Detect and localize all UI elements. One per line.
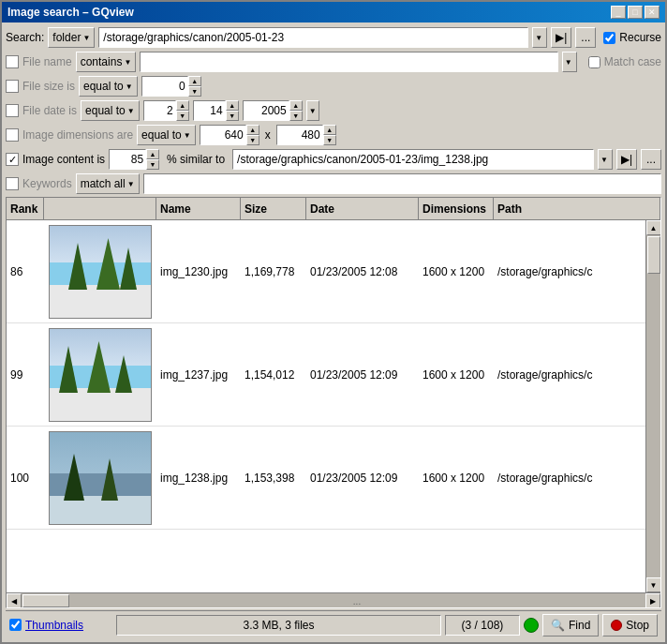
filesize-checkbox[interactable] — [6, 80, 19, 93]
title-bar-buttons: _ □ ✕ — [611, 6, 660, 19]
width-value[interactable] — [200, 125, 246, 145]
filedate-month-up[interactable]: ▲ — [226, 100, 239, 111]
filedate-day-down[interactable]: ▼ — [176, 111, 189, 121]
chevron-down-icon: ▼ — [535, 34, 542, 42]
filesize-down[interactable]: ▼ — [188, 86, 201, 97]
date-cell: 01/23/2005 12:09 — [306, 470, 419, 487]
search-label: Search: — [6, 31, 44, 44]
content-checkbox[interactable] — [6, 153, 19, 166]
th-path[interactable]: Path — [494, 198, 660, 219]
content-row: Image content is ▲ ▼ % similar to ▼ ▶| .… — [6, 148, 661, 171]
filesize-mode-dropdown[interactable]: equal to ▼ — [79, 76, 138, 97]
close-button[interactable]: ✕ — [645, 6, 660, 19]
horizontal-scrollbar[interactable]: ◀ ... ▶ — [7, 592, 660, 607]
maximize-button[interactable]: □ — [628, 6, 643, 19]
height-value[interactable] — [276, 125, 323, 145]
recurse-label: Recurse — [619, 31, 661, 44]
filedate-year-down[interactable]: ▼ — [289, 111, 303, 121]
scroll-up-button[interactable]: ▲ — [646, 220, 661, 235]
name-cell: img_1230.jpg — [156, 263, 241, 280]
dimensions-mode-dropdown[interactable]: equal to ▼ — [137, 125, 196, 145]
filedate-day-up[interactable]: ▲ — [176, 100, 189, 111]
path-dropdown-arrow[interactable]: ▼ — [532, 27, 547, 48]
filesize-label: File size is — [22, 80, 75, 93]
filesize-up[interactable]: ▲ — [188, 76, 201, 86]
keywords-input[interactable] — [143, 173, 661, 194]
th-thumb[interactable] — [44, 198, 156, 219]
filedate-label: File date is — [22, 104, 77, 117]
recurse-checkbox[interactable] — [603, 32, 615, 44]
dimensions-checkbox[interactable] — [6, 128, 19, 142]
similarity-spinners: ▲ ▼ — [146, 149, 159, 170]
minimize-button[interactable]: _ — [611, 6, 626, 19]
table-row[interactable]: 99 img_1237.jpg — [7, 323, 645, 427]
dims-cell: 1600 x 1200 — [419, 367, 494, 383]
scroll-track[interactable] — [646, 235, 660, 577]
find-button[interactable]: 🔍 Find — [542, 614, 599, 637]
similarity-down[interactable]: ▼ — [146, 159, 159, 170]
chevron-down-icon: ▼ — [309, 107, 317, 115]
keywords-checkbox[interactable] — [6, 177, 19, 190]
search-type-dropdown[interactable]: folder ▼ — [48, 27, 95, 48]
similarity-up[interactable]: ▲ — [146, 149, 159, 159]
thumbnails-checkbox[interactable] — [9, 619, 22, 631]
th-rank[interactable]: Rank — [7, 198, 44, 219]
filename-input[interactable] — [140, 52, 557, 72]
similar-bookmark-btn[interactable]: ▶| — [616, 149, 637, 170]
size-cell: 1,154,012 — [241, 367, 306, 383]
filedate-year[interactable] — [243, 100, 289, 121]
height-down[interactable]: ▼ — [323, 135, 336, 145]
chevron-down-icon: ▼ — [126, 82, 133, 91]
h-scroll-thumb[interactable] — [22, 594, 69, 607]
th-size[interactable]: Size — [241, 198, 306, 219]
similar-options-btn[interactable]: ... — [641, 149, 661, 170]
th-date[interactable]: Date — [306, 198, 419, 219]
height-up[interactable]: ▲ — [323, 125, 336, 135]
filename-mode-dropdown[interactable]: contains ▼ — [76, 52, 137, 72]
scroll-left-button[interactable]: ◀ — [7, 593, 22, 608]
thumbnail — [49, 431, 152, 525]
scroll-thumb[interactable] — [647, 236, 660, 274]
filename-input-dropdown[interactable]: ▼ — [562, 52, 577, 72]
filedate-month[interactable] — [193, 100, 226, 121]
thumbnail-cell — [44, 323, 156, 427]
filename-checkbox[interactable] — [6, 55, 19, 68]
path-cell: /storage/graphics/c — [494, 367, 645, 383]
filename-row: File name contains ▼ ▼ Match case — [6, 51, 661, 73]
bookmark-button[interactable]: ▶| — [551, 27, 571, 48]
th-dimensions[interactable]: Dimensions — [419, 198, 494, 219]
filedate-checkbox[interactable] — [6, 104, 19, 117]
match-case-checkbox[interactable] — [588, 56, 600, 68]
status-bar: Thumbnails 3.3 MB, 3 files (3 / 108) 🔍 F… — [6, 610, 661, 638]
filedate-year-up[interactable]: ▲ — [289, 100, 303, 111]
height-spinbox: ▲ ▼ — [276, 125, 336, 145]
filedate-month-down[interactable]: ▼ — [226, 111, 239, 121]
options-button[interactable]: ... — [575, 27, 596, 48]
path-input[interactable] — [98, 27, 528, 48]
table-row[interactable]: 100 img_1238.jpg 1,153,398 — [7, 427, 645, 530]
h-scroll-track[interactable]: ... — [22, 593, 645, 607]
table-row[interactable]: 86 img_1230.jpg — [7, 220, 645, 323]
match-case-label: Match case — [604, 55, 661, 68]
filedate-day-spinbox: ▲ ▼ — [143, 100, 189, 121]
snow-bg — [50, 285, 151, 317]
similarity-value[interactable] — [109, 149, 146, 170]
filedate-mode-dropdown[interactable]: equal to ▼ — [81, 100, 140, 121]
width-up[interactable]: ▲ — [246, 125, 259, 135]
thumbnail-cell — [44, 427, 156, 530]
filedate-day[interactable] — [143, 100, 176, 121]
stop-button[interactable]: Stop — [602, 614, 658, 637]
similar-path-dropdown[interactable]: ▼ — [598, 149, 613, 170]
filedate-day-spinners: ▲ ▼ — [176, 100, 189, 121]
width-down[interactable]: ▼ — [246, 135, 259, 145]
th-name[interactable]: Name — [156, 198, 241, 219]
filesize-value[interactable] — [141, 76, 188, 97]
scroll-right-button[interactable]: ▶ — [645, 593, 660, 608]
similar-path-input[interactable] — [232, 149, 594, 170]
scroll-down-button[interactable]: ▼ — [646, 577, 661, 592]
filedate-extra-dropdown[interactable]: ▼ — [306, 100, 319, 121]
keywords-mode-dropdown[interactable]: match all ▼ — [76, 173, 140, 194]
vertical-scrollbar[interactable]: ▲ ▼ — [645, 220, 660, 592]
snow-bg — [50, 388, 151, 420]
width-spinners: ▲ ▼ — [246, 125, 259, 145]
